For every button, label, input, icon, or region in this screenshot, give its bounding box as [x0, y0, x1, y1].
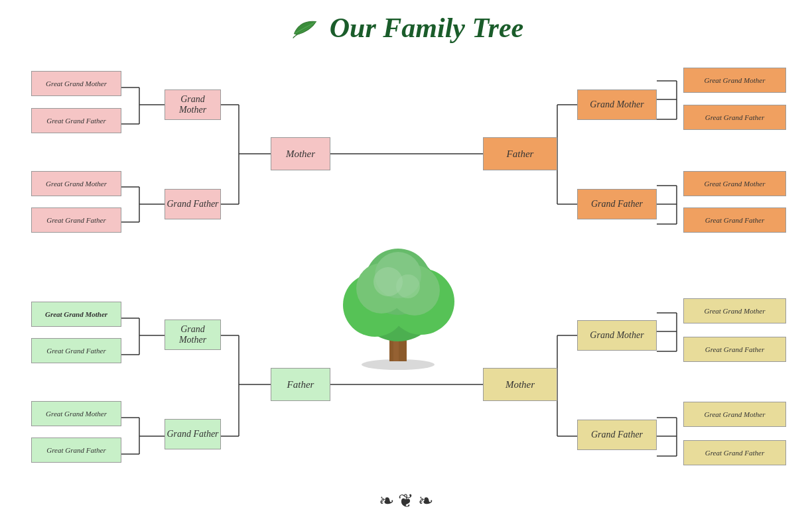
tr-ggm1-box[interactable]: Great Grand Mother [683, 68, 786, 93]
br-ggm2-label: Great Grand Mother [705, 410, 766, 418]
br-mother-box[interactable]: Mother [483, 368, 557, 401]
leaf-icon [289, 17, 322, 40]
tl-gf-box[interactable]: Grand Father [165, 189, 221, 219]
tree-illustration [325, 239, 471, 371]
tr-ggm2-label: Great Grand Mother [705, 180, 766, 188]
bl-father-box[interactable]: Father [271, 368, 330, 401]
tree-container: Great Grand Mother Great Grand Father Gr… [0, 53, 812, 524]
tl-ggm2-label: Great Grand Mother [46, 180, 107, 188]
bl-gm-label: Grand Mother [167, 324, 219, 345]
br-mother-label: Mother [506, 379, 535, 390]
tl-ggm1-box[interactable]: Great Grand Mother [31, 71, 121, 96]
tl-ggm2-box[interactable]: Great Grand Mother [31, 171, 121, 196]
br-gm-label: Grand Mother [590, 330, 643, 341]
bl-ggf1-box[interactable]: Great Grand Father [31, 338, 121, 363]
tr-ggm2-box[interactable]: Great Grand Mother [683, 171, 786, 196]
tl-gm-box[interactable]: Grand Mother [165, 89, 221, 120]
bl-gf-label: Grand Father [167, 429, 218, 439]
tl-ggf2-box[interactable]: Great Grand Father [31, 207, 121, 233]
tr-ggm1-label: Great Grand Mother [705, 76, 766, 84]
br-gf-label: Grand Father [591, 430, 643, 440]
bl-gm-box[interactable]: Grand Mother [165, 320, 221, 350]
br-gf-box[interactable]: Grand Father [577, 420, 657, 450]
bl-ggm2-label: Great Grand Mother [46, 410, 107, 418]
br-ggf1-box[interactable]: Great Grand Father [683, 337, 786, 362]
footer-decoration: ❧ ❦ ❧ [320, 487, 492, 518]
svg-point-63 [396, 274, 420, 298]
tr-gf-label: Grand Father [591, 199, 643, 209]
br-ggf1-label: Great Grand Father [705, 345, 764, 353]
bl-ggf2-box[interactable]: Great Grand Father [31, 438, 121, 463]
tr-ggf2-label: Great Grand Father [705, 216, 764, 224]
bl-ggm1-box[interactable]: Great Grand Mother [31, 302, 121, 327]
tl-mother-box[interactable]: Mother [271, 137, 330, 170]
tl-ggf1-label: Great Grand Father [46, 117, 105, 125]
bl-gf-box[interactable]: Grand Father [165, 419, 221, 449]
bl-ggm2-box[interactable]: Great Grand Mother [31, 401, 121, 426]
bl-ggm1-label: Great Grand Mother [45, 310, 107, 318]
bl-father-label: Father [287, 379, 314, 390]
tr-ggf1-box[interactable]: Great Grand Father [683, 105, 786, 130]
tl-ggf1-box[interactable]: Great Grand Father [31, 108, 121, 133]
br-ggf2-box[interactable]: Great Grand Father [683, 440, 786, 465]
bl-ggf2-label: Great Grand Father [46, 446, 105, 454]
tl-ggm1-label: Great Grand Mother [46, 80, 107, 88]
bl-ggf1-label: Great Grand Father [46, 347, 105, 355]
tr-ggf1-label: Great Grand Father [705, 113, 764, 121]
tl-ggf2-label: Great Grand Father [46, 216, 105, 224]
title-area: Our Family Tree [0, 0, 812, 44]
br-ggm2-box[interactable]: Great Grand Mother [683, 402, 786, 427]
br-ggm1-box[interactable]: Great Grand Mother [683, 298, 786, 323]
tr-father-label: Father [507, 148, 534, 160]
svg-text:❧ ❦ ❧: ❧ ❦ ❧ [379, 491, 434, 511]
tl-mother-label: Mother [286, 148, 315, 160]
br-ggf2-label: Great Grand Father [705, 449, 764, 457]
tl-gf-label: Grand Father [167, 199, 218, 209]
tr-gm-box[interactable]: Grand Mother [577, 89, 657, 120]
tr-father-box[interactable]: Father [483, 137, 557, 170]
tl-gm-label: Grand Mother [167, 94, 219, 115]
br-gm-box[interactable]: Grand Mother [577, 320, 657, 351]
page-title: Our Family Tree [330, 12, 523, 44]
tr-gm-label: Grand Mother [590, 99, 643, 110]
tr-gf-box[interactable]: Grand Father [577, 189, 657, 219]
br-ggm1-label: Great Grand Mother [705, 307, 766, 315]
tr-ggf2-box[interactable]: Great Grand Father [683, 207, 786, 233]
